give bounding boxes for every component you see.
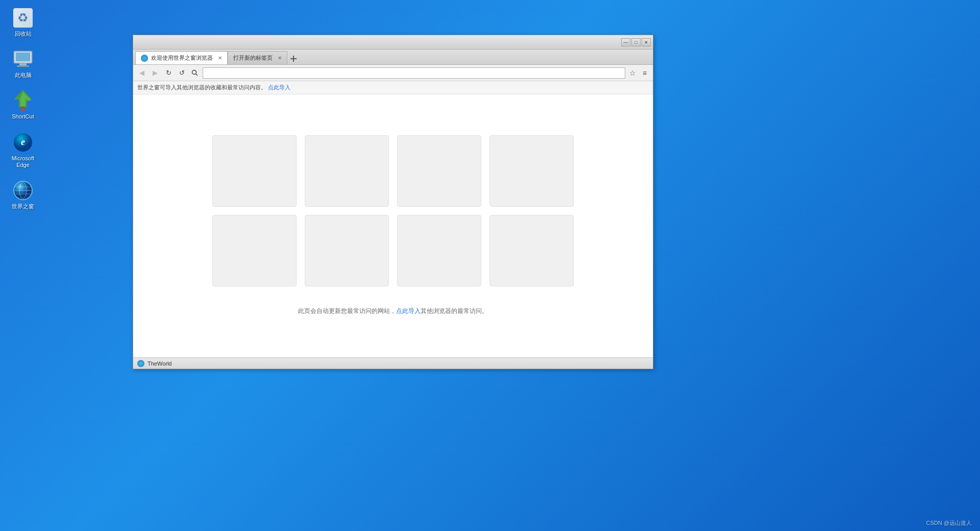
watermark: CSDN @远山道人	[926, 519, 972, 527]
back-button[interactable]: ◀	[136, 67, 148, 79]
status-favicon	[137, 360, 144, 367]
recycle-bin-icon	[12, 7, 34, 29]
search-button[interactable]	[189, 67, 201, 79]
svg-rect-1	[16, 53, 30, 61]
speed-dial-item-4[interactable]	[489, 135, 574, 207]
menu-button[interactable]: ≡	[640, 68, 650, 78]
nav-bar: ◀ ▶ ↻ ↺ ☆ ≡	[133, 65, 653, 81]
maximize-button[interactable]: □	[631, 38, 641, 46]
title-bar: — □ ✕	[133, 35, 653, 50]
tab-label-newtab: 打开新的标签页	[233, 54, 273, 62]
close-button[interactable]: ✕	[642, 38, 651, 46]
tab-close-newtab[interactable]: ✕	[278, 55, 282, 61]
desktop-icon-shortcut[interactable]: ShortCut	[3, 88, 43, 122]
speed-dial-grid	[212, 135, 574, 286]
shortcut-label: ShortCut	[12, 113, 34, 120]
desktop-icons: 回收站 此电脑 ShortCut	[0, 0, 46, 222]
desktop-icon-my-computer[interactable]: 此电脑	[3, 46, 43, 81]
new-tab-button[interactable]	[287, 53, 300, 64]
status-text: TheWorld	[148, 360, 172, 367]
bottom-import-link[interactable]: 点此导入	[396, 307, 421, 315]
svg-rect-15	[293, 56, 294, 62]
tab-welcome[interactable]: 欢迎使用世界之窗浏览器 ✕	[135, 51, 228, 64]
bottom-text-suffix: 其他浏览器的最常访问。	[421, 307, 488, 315]
theworld-label: 世界之窗	[12, 203, 34, 210]
main-content: 此页会自动更新您最常访问的网站，点此导入其他浏览器的最常访问。	[133, 94, 653, 357]
my-computer-icon	[12, 49, 34, 70]
bottom-text-prefix: 此页会自动更新您最常访问的网站，	[298, 307, 396, 315]
refresh-button[interactable]: ↻	[163, 67, 174, 79]
tab-bar: 欢迎使用世界之窗浏览器 ✕ 打开新的标签页 ✕	[133, 50, 653, 65]
speed-dial-item-6[interactable]	[305, 215, 389, 286]
desktop-icon-theworld[interactable]: 世界之窗	[3, 178, 43, 212]
stop-button[interactable]: ↺	[176, 67, 187, 79]
tab-newtab[interactable]: 打开新的标签页 ✕	[228, 51, 287, 64]
edge-icon: e	[12, 132, 34, 153]
shortcut-icon	[12, 90, 34, 111]
recycle-bin-label: 回收站	[15, 31, 32, 37]
tab-close-welcome[interactable]: ✕	[218, 55, 222, 61]
speed-dial-item-2[interactable]	[305, 135, 389, 207]
speed-dial-item-7[interactable]	[397, 215, 481, 286]
import-link[interactable]: 点此导入	[268, 84, 290, 91]
svg-text:e: e	[21, 137, 25, 147]
speed-dial-item-3[interactable]	[397, 135, 481, 207]
svg-rect-3	[17, 65, 29, 67]
window-controls: — □ ✕	[621, 38, 651, 46]
tab-favicon-welcome	[141, 55, 148, 62]
address-bar[interactable]	[203, 67, 625, 79]
svg-line-17	[196, 74, 198, 76]
import-bar-text: 世界之窗可导入其他浏览器的收藏和最常访问内容。	[137, 84, 266, 91]
nav-right-buttons: ☆ ≡	[627, 68, 650, 78]
forward-button[interactable]: ▶	[150, 67, 161, 79]
speed-dial-item-1[interactable]	[212, 135, 297, 207]
svg-point-16	[192, 70, 197, 74]
browser-window: — □ ✕ 欢迎使用世界之窗浏览器 ✕ 打开新的标签页 ✕ ◀ ▶ ↻ ↺ ☆	[133, 35, 653, 369]
speed-dial-item-5[interactable]	[212, 215, 297, 286]
tab-label-welcome: 欢迎使用世界之窗浏览器	[151, 54, 213, 62]
edge-label: Microsoft Edge	[5, 155, 41, 168]
desktop-icon-recycle-bin[interactable]: 回收站	[3, 5, 43, 39]
status-bar: TheWorld	[133, 357, 653, 369]
theworld-icon	[12, 180, 34, 201]
my-computer-label: 此电脑	[15, 72, 32, 79]
import-bar: 世界之窗可导入其他浏览器的收藏和最常访问内容。 点此导入	[133, 81, 653, 94]
minimize-button[interactable]: —	[621, 38, 630, 46]
desktop-icon-edge[interactable]: e Microsoft Edge	[3, 130, 43, 171]
bottom-message: 此页会自动更新您最常访问的网站，点此导入其他浏览器的最常访问。	[298, 307, 488, 316]
bookmark-button[interactable]: ☆	[627, 68, 638, 78]
svg-rect-2	[19, 63, 27, 65]
speed-dial-item-8[interactable]	[489, 215, 574, 286]
svg-rect-6	[21, 107, 25, 111]
